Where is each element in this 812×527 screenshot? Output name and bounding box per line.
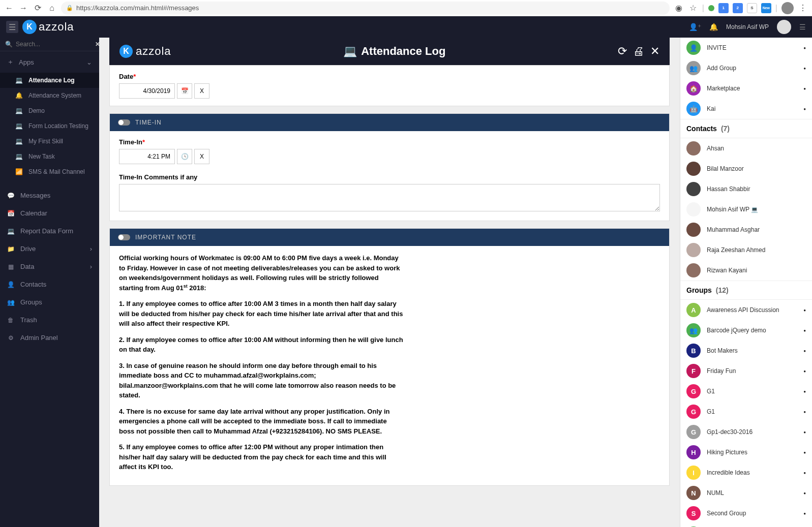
calendar-picker-button[interactable]: 📅: [177, 83, 192, 99]
group-item[interactable]: AAwareness API Discussion●: [680, 300, 812, 320]
ext-1-icon[interactable]: 1: [718, 3, 729, 13]
eye-icon[interactable]: ◉: [674, 3, 684, 13]
contact-item[interactable]: Rizwan Kayani: [680, 260, 812, 281]
action-icon: 🤖: [686, 102, 701, 116]
contact-item[interactable]: Muhammad Asghar: [680, 220, 812, 240]
timein-toggle[interactable]: [118, 119, 130, 126]
sidebar-section-drive[interactable]: 📁Drive›: [0, 240, 99, 258]
browser-profile-avatar[interactable]: [781, 2, 794, 14]
url-bar[interactable]: 🔒 https://kazzola.com/main.html#/message…: [61, 2, 670, 15]
timein-input[interactable]: [119, 149, 175, 164]
sidebar-search-input[interactable]: [16, 41, 92, 48]
action-add-group[interactable]: 👥Add Group●: [680, 58, 812, 78]
search-close-button[interactable]: ✕: [95, 41, 99, 48]
back-button[interactable]: ←: [4, 3, 14, 13]
group-item[interactable]: 👥Barcode jQuery demo●: [680, 320, 812, 340]
group-item[interactable]: GG1●: [680, 401, 812, 422]
group-avatar: 👥: [686, 323, 701, 337]
contact-name: Bilal Manzoor: [707, 165, 806, 172]
reload-button[interactable]: ⟳: [33, 3, 43, 13]
group-item[interactable]: BBot Makers●: [680, 340, 812, 361]
comments-textarea[interactable]: [119, 184, 660, 211]
apps-section-header[interactable]: ＋ Apps ⌄: [0, 51, 99, 73]
status-dot-icon: ●: [803, 86, 806, 91]
browser-menu-icon[interactable]: ⋮: [798, 3, 808, 13]
sidebar-section-messages[interactable]: 💬Messages: [0, 187, 99, 204]
status-dot-icon: ●: [803, 511, 806, 516]
contact-item[interactable]: Ahsan: [680, 138, 812, 159]
settings-menu-icon[interactable]: ☰: [799, 23, 806, 31]
note-section-header: IMPORTANT NOTE: [110, 229, 669, 246]
action-kai[interactable]: 🤖Kai●: [680, 99, 812, 119]
contact-item[interactable]: Mohsin Asif WP 💻: [680, 199, 812, 220]
group-avatar: F: [686, 364, 701, 378]
status-dot-icon: ●: [803, 328, 806, 333]
sidebar-item-attendance-system[interactable]: 🔔Attendance System: [0, 88, 99, 103]
print-button[interactable]: 🖨: [633, 45, 644, 58]
app-logo[interactable]: K azzola: [22, 20, 74, 34]
group-item[interactable]: FFriday Fun●: [680, 361, 812, 381]
refresh-button[interactable]: ⟳: [618, 45, 627, 58]
current-user-name[interactable]: Mohsin Asif WP: [726, 23, 769, 30]
current-user-avatar[interactable]: [777, 20, 791, 34]
contact-avatar: [686, 182, 701, 196]
group-name: Friday Fun: [707, 367, 797, 375]
forward-button[interactable]: →: [18, 3, 28, 13]
sidebar-section-calendar[interactable]: 📅Calendar: [0, 204, 99, 222]
sidebar-item-form-location-testing[interactable]: 💻Form Location Testing: [0, 118, 99, 134]
group-item[interactable]: HHiking Pictures●: [680, 442, 812, 462]
ext-2-icon[interactable]: 2: [733, 3, 743, 13]
sidebar-section-label: Admin Panel: [20, 334, 58, 342]
add-user-icon[interactable]: 👤⁺: [689, 23, 701, 31]
laptop-icon: 💻: [15, 122, 22, 130]
date-input[interactable]: [119, 83, 175, 99]
date-label: Date*: [119, 73, 660, 80]
hamburger-menu-button[interactable]: ☰: [6, 21, 18, 33]
sidebar-item-my-first-skill[interactable]: 💻My First Skill: [0, 134, 99, 149]
bookmark-star-icon[interactable]: ☆: [688, 3, 698, 13]
contact-item[interactable]: Bilal Manzoor: [680, 159, 812, 179]
group-item[interactable]: GGp1-dec30-2016●: [680, 422, 812, 442]
date-clear-button[interactable]: X: [194, 83, 209, 99]
action-marketplace[interactable]: 🏠Marketplace●: [680, 78, 812, 99]
group-avatar: S: [686, 506, 701, 520]
group-avatar: B: [686, 344, 701, 358]
laptop-title-icon: 💻: [343, 45, 357, 58]
sidebar-section-contacts[interactable]: 👤Contacts: [0, 275, 99, 293]
contact-item[interactable]: Raja Zeeshan Ahmed: [680, 240, 812, 260]
close-button[interactable]: ✕: [650, 45, 659, 58]
group-item[interactable]: GG1●: [680, 381, 812, 401]
contact-name: Hassan Shabbir: [707, 185, 806, 193]
group-item[interactable]: Wweb group●: [680, 523, 812, 527]
sidebar-item-new-task[interactable]: 💻New Task: [0, 149, 99, 164]
important-note-text: Official working hours of Workmatec is 0…: [119, 253, 404, 472]
group-item[interactable]: NNUML●: [680, 483, 812, 503]
notifications-bell-icon[interactable]: 🔔: [709, 23, 718, 31]
home-button[interactable]: ⌂: [47, 3, 57, 13]
ext-s-icon[interactable]: S: [747, 3, 757, 13]
sidebar-item-attendance-log[interactable]: 💻Attendance Log: [0, 73, 99, 88]
group-item[interactable]: SSecond Group●: [680, 503, 812, 523]
time-clear-button[interactable]: X: [194, 149, 209, 164]
action-invite[interactable]: 👤INVITE●: [680, 38, 812, 58]
contact-avatar: [686, 223, 701, 237]
group-name: G1: [707, 388, 797, 395]
group-name: G1: [707, 408, 797, 415]
time-picker-button[interactable]: 🕓: [177, 149, 192, 164]
sidebar-section-trash[interactable]: 🗑Trash: [0, 311, 99, 329]
group-item[interactable]: IIncredible Ideas●: [680, 462, 812, 483]
status-dot-icon: ●: [803, 107, 806, 111]
sidebar-section-groups[interactable]: 👥Groups: [0, 293, 99, 311]
sidebar-item-sms-&-mail-channel[interactable]: 📶SMS & Mail Channel: [0, 164, 99, 179]
sidebar-section-admin-panel[interactable]: ⚙Admin Panel: [0, 329, 99, 347]
lock-icon: 🔒: [66, 5, 73, 11]
group-name: NUML: [707, 489, 797, 497]
ext-green-dot-icon[interactable]: [708, 5, 714, 11]
sidebar-section-data[interactable]: ▦Data›: [0, 258, 99, 275]
contact-item[interactable]: Hassan Shabbir: [680, 179, 812, 199]
sidebar-section-report-data-form[interactable]: 💻Report Data Form: [0, 222, 99, 240]
contacts-header: Contacts(7): [680, 119, 812, 138]
ext-new-icon[interactable]: New: [761, 3, 771, 13]
sidebar-item-demo[interactable]: 💻Demo: [0, 103, 99, 118]
note-toggle[interactable]: [118, 234, 130, 240]
